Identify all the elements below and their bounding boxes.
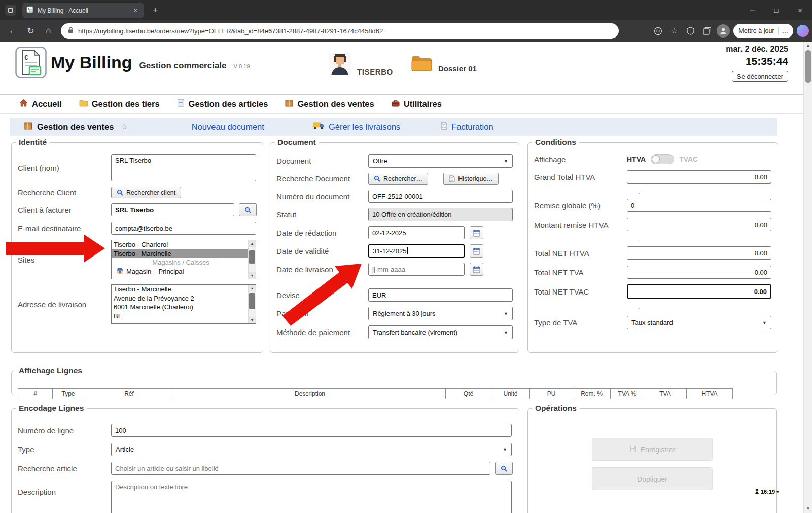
refresh-button[interactable]: ↻: [22, 26, 40, 36]
column-header: HTVA: [687, 389, 733, 399]
nav-item-utilitaires[interactable]: Utilitaires: [392, 99, 442, 109]
browser-essentials-icon[interactable]: [684, 25, 697, 38]
scroll-down-icon[interactable]: ▼: [249, 317, 256, 323]
subnav-link-gerer-les-livraisons[interactable]: Gérer les livraisons: [312, 122, 400, 132]
app-version: V 0.19: [234, 63, 250, 69]
favorite-star-icon[interactable]: ☆: [668, 25, 681, 38]
affichage-lignes-legend: Affichage Lignes: [16, 366, 85, 375]
scrollbar-thumb[interactable]: [249, 293, 255, 309]
date-validite-input[interactable]: 31-12-2025: [368, 244, 465, 258]
list-option-selected[interactable]: Tiserbo - Marcinelle: [112, 249, 248, 259]
back-button[interactable]: ←: [4, 26, 22, 36]
site-info-lock-icon[interactable]: [68, 26, 74, 35]
rechercher-client-button[interactable]: Rechercher client: [111, 187, 181, 198]
list-option[interactable]: Tiserbo - Charleroi: [112, 240, 248, 249]
methode-paiement-select[interactable]: Transfert bancaire (virement)▼: [368, 325, 513, 339]
sites-listbox[interactable]: Tiserbo - Charleroi Tiserbo - Marcinelle…: [111, 240, 256, 279]
statut-input: [368, 208, 513, 221]
historique-button[interactable]: Historique…: [443, 173, 499, 185]
date-redaction-calendar-button[interactable]: [470, 226, 483, 239]
tab-favicon-icon: €: [26, 6, 33, 15]
subnav-link-facturation[interactable]: Facturation: [441, 122, 493, 132]
total-net-htva-input[interactable]: [627, 246, 771, 260]
store-icon: [117, 267, 123, 276]
nav-item-accueil[interactable]: Accueil: [19, 99, 62, 109]
scroll-down-icon[interactable]: ▼: [804, 505, 812, 512]
recherche-article-input[interactable]: [111, 462, 490, 475]
total-net-tvac-input[interactable]: [627, 284, 771, 299]
extensions-icon[interactable]: [652, 25, 664, 38]
statut-label: Statut: [276, 210, 368, 219]
scrollbar-thumb[interactable]: [249, 250, 255, 264]
type-ligne-select[interactable]: Article▼: [111, 443, 512, 456]
window-maximize-button[interactable]: □: [764, 0, 788, 20]
tab-close-icon[interactable]: ×: [131, 6, 140, 15]
description-label: Description: [18, 481, 111, 496]
email-destinataire-input[interactable]: [111, 222, 256, 235]
remise-globale-input[interactable]: [627, 199, 771, 212]
scroll-up-icon[interactable]: ▲: [249, 240, 256, 247]
total-net-tva-label: Total NET TVA: [534, 268, 627, 277]
new-tab-button[interactable]: +: [149, 4, 161, 16]
date-redaction-input[interactable]: [368, 226, 465, 239]
encodage-lignes-fieldset: Encodage Lignes Numéro de ligne Type Art…: [11, 404, 519, 513]
client-nom-textarea[interactable]: SRL Tiserbo: [111, 154, 256, 181]
star-icon[interactable]: ☆: [121, 122, 127, 131]
window-minimize-button[interactable]: ─: [740, 0, 764, 20]
methode-paiement-label: Méthode de paiement: [276, 328, 368, 337]
nav-item-gestion-des-tiers[interactable]: Gestion des tiers: [79, 99, 160, 109]
subnav-link-nouveau-document[interactable]: Nouveau document: [192, 122, 264, 132]
document-type-select[interactable]: Offre▼: [368, 154, 513, 168]
profile-avatar[interactable]: [717, 24, 730, 38]
type-tva-select[interactable]: Taux standard▼: [627, 316, 771, 329]
truck-icon: [312, 122, 325, 132]
date-validite-calendar-button[interactable]: [470, 244, 483, 258]
overlay-timer: 16:19 ▾: [755, 488, 779, 495]
sub-nav: Gestion des ventes ☆ Nouveau document Gé…: [10, 118, 777, 136]
operations-legend: Opérations: [532, 404, 580, 413]
affichage-toggle[interactable]: [651, 154, 674, 164]
page-scrollbar[interactable]: ▲ ▼: [803, 42, 812, 513]
date-livraison-input[interactable]: [368, 263, 465, 276]
nav-item-gestion-des-ventes[interactable]: Gestion des ventes: [285, 99, 374, 109]
list-option[interactable]: Magasin – Principal: [112, 267, 248, 276]
svg-text:€: €: [24, 54, 28, 61]
client-facturer-search-button[interactable]: [239, 203, 257, 216]
url-bar[interactable]: https://mybilling.tiserbo.be/orders/new?…: [61, 23, 619, 39]
date-livraison-calendar-button[interactable]: [470, 263, 483, 276]
scroll-up-icon[interactable]: ▲: [804, 42, 812, 49]
numero-ligne-input[interactable]: [111, 424, 512, 437]
paiement-select[interactable]: Règlement à 30 jours▼: [368, 307, 513, 320]
description-textarea[interactable]: [111, 481, 512, 513]
recherche-article-search-button[interactable]: [495, 462, 513, 475]
collections-icon[interactable]: [700, 25, 713, 38]
home-button[interactable]: ⌂: [40, 26, 57, 36]
montant-remise-htva-input[interactable]: [627, 218, 771, 231]
tab-groups-icon[interactable]: [5, 5, 16, 16]
scroll-down-icon[interactable]: ▼: [249, 272, 256, 279]
scroll-up-icon[interactable]: ▲: [249, 285, 256, 291]
client-facturer-input[interactable]: [111, 203, 234, 216]
montant-remise-htva-label: Montant remise HTVA: [534, 221, 627, 229]
grand-total-htva-input[interactable]: [627, 170, 771, 184]
logout-button[interactable]: Se déconnecter: [732, 71, 788, 82]
scrollbar-thumb[interactable]: [805, 50, 811, 83]
browser-tab[interactable]: € My Billing - Accueil ×: [22, 3, 144, 18]
dupliquer-button[interactable]: Dupliquer: [592, 467, 713, 490]
listbox-scrollbar[interactable]: ▲ ▼: [248, 285, 256, 323]
update-browser-button[interactable]: Mettre à jour …: [733, 24, 793, 38]
home-icon: [19, 99, 28, 109]
listbox-scrollbar[interactable]: ▲ ▼: [248, 240, 256, 279]
toggle-knob: [652, 155, 660, 163]
numero-document-input[interactable]: [368, 190, 513, 203]
enregistrer-button[interactable]: Enregistrer: [592, 438, 713, 461]
copilot-icon[interactable]: [797, 25, 809, 37]
more-options-icon[interactable]: …: [782, 27, 789, 34]
window-close-button[interactable]: ×: [788, 0, 812, 20]
adresse-livraison-listbox[interactable]: Tiserbo - Marcinelle Avenue de la Prévoy…: [111, 284, 256, 324]
nav-item-gestion-des-articles[interactable]: Gestion des articles: [177, 99, 268, 109]
devise-input[interactable]: [368, 288, 513, 302]
total-net-tva-input[interactable]: [627, 266, 771, 279]
page-title: My Billing: [51, 53, 132, 72]
rechercher-document-button[interactable]: Rechercher…: [368, 173, 428, 185]
